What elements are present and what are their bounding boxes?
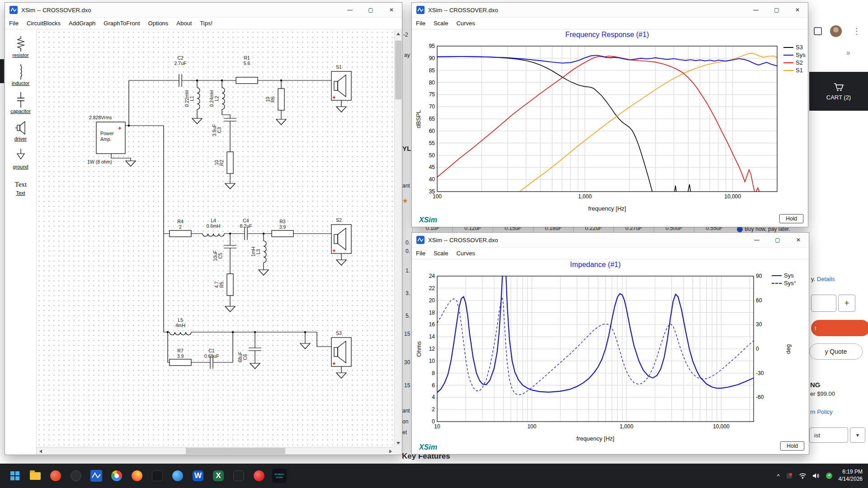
policy-link-fragment[interactable]: rn Policy <box>810 408 833 415</box>
close-button[interactable]: ✕ <box>787 3 808 18</box>
driver-s2[interactable]: + S2 <box>331 217 351 254</box>
hold-button[interactable]: Hold <box>779 214 803 223</box>
titlebar[interactable]: XSim -- CROSSOVER.dxo — ▢ ✕ <box>5 3 402 18</box>
menu-graphtofront[interactable]: GraphToFront <box>99 20 144 27</box>
word-icon[interactable]: W <box>189 467 207 484</box>
blue-globe-icon[interactable] <box>169 467 186 484</box>
extensions-icon[interactable] <box>814 27 822 35</box>
more-chevron-icon[interactable]: » <box>846 49 850 57</box>
horizontal-scrollbar[interactable] <box>37 447 394 455</box>
svg-text:1W (8 ohm): 1W (8 ohm) <box>87 159 112 164</box>
minimize-button[interactable]: — <box>746 233 767 248</box>
scroll-up-arrow[interactable] <box>394 30 402 38</box>
vertical-scroll-thumb[interactable] <box>395 41 401 99</box>
vertical-scrollbar[interactable] <box>394 30 402 447</box>
titlebar[interactable]: XSim -- CROSSOVER.dxo — ▢ ✕ <box>412 233 809 248</box>
tool-ground[interactable]: ground <box>5 145 36 173</box>
svg-text:R1: R1 <box>244 55 250 61</box>
tool-label: driver <box>14 136 27 141</box>
details-link[interactable]: Details <box>817 276 835 282</box>
xsim-app-icon <box>416 236 425 244</box>
file-explorer-icon[interactable] <box>27 467 44 484</box>
minimize-button[interactable]: — <box>340 3 360 18</box>
browser-red-icon[interactable] <box>47 467 64 484</box>
imp-menubar: File Scale Curves <box>412 248 809 259</box>
tool-resistor[interactable]: resistor <box>5 33 36 61</box>
quantity-field[interactable] <box>811 295 836 312</box>
menu-addgraph[interactable]: AddGraph <box>65 20 99 27</box>
menu-file[interactable]: File <box>412 250 429 257</box>
maximize-button[interactable]: ▢ <box>360 3 381 18</box>
excel-icon[interactable]: X <box>210 467 227 484</box>
quote-button-fragment[interactable]: y Quote <box>809 343 863 360</box>
menu-file[interactable]: File <box>5 20 23 27</box>
menu-about[interactable]: About <box>172 20 196 27</box>
series-Sys° <box>437 297 754 395</box>
horizontal-scroll-thumb[interactable] <box>186 448 285 454</box>
schematic-canvas-area[interactable]: Power Amp. + 2.828Vrms 1W (8 ohm) <box>37 30 402 455</box>
scroll-left-arrow[interactable] <box>37 447 44 455</box>
titlebar[interactable]: XSim -- CROSSOVER.dxo — ▢ ✕ <box>412 3 808 18</box>
menu-options[interactable]: Options <box>144 20 173 27</box>
notification-app-icon[interactable] <box>786 472 793 479</box>
menu-tips[interactable]: Tips! <box>196 20 217 27</box>
firefox-icon[interactable] <box>128 467 146 484</box>
driver-s1[interactable]: + S1 <box>331 64 351 101</box>
svg-text:+: + <box>332 247 336 254</box>
app-grid-dark-icon-2[interactable] <box>230 467 247 484</box>
tool-capacitor[interactable]: capacitor <box>5 89 36 117</box>
volume-icon[interactable] <box>812 473 820 479</box>
avatar[interactable] <box>830 25 842 37</box>
add-to-cart-button-fragment[interactable]: t <box>811 320 868 336</box>
svg-text:55: 55 <box>429 140 435 146</box>
crossover-schematic[interactable]: Power Amp. + 2.828Vrms 1W (8 ohm) <box>37 30 394 447</box>
cart-panel[interactable]: CART (2) <box>809 72 868 111</box>
svg-text:90: 90 <box>756 273 762 279</box>
battery-eco-icon[interactable] <box>826 472 833 479</box>
legend-item-Sys: Sys <box>783 51 806 59</box>
close-button[interactable]: ✕ <box>788 233 809 248</box>
wifi-icon[interactable] <box>799 473 807 479</box>
chrome-icon[interactable] <box>108 467 125 484</box>
app-grid-dark-icon[interactable] <box>149 467 166 484</box>
svg-text:45: 45 <box>429 164 435 170</box>
browser-menu-icon[interactable]: ⋮ <box>853 26 861 36</box>
wishlist-caret-button[interactable]: ▾ <box>850 427 865 443</box>
menu-curves[interactable]: Curves <box>452 20 479 27</box>
svg-text:C5: C5 <box>217 253 223 259</box>
minimize-button[interactable]: — <box>745 3 766 18</box>
close-button[interactable]: ✕ <box>381 3 402 18</box>
details-prefix: y. <box>811 276 815 282</box>
driver-s3[interactable]: + S3 <box>331 330 351 367</box>
tool-text[interactable]: Text Text <box>5 173 36 201</box>
taskbar: W X amazon music ^ 6:19 PM <box>0 464 868 488</box>
quantity-plus-button[interactable]: + <box>838 295 855 312</box>
tray-chevron-icon[interactable]: ^ <box>777 473 780 479</box>
xsim-taskbar-icon[interactable] <box>88 467 105 484</box>
scroll-right-arrow[interactable] <box>387 447 394 455</box>
start-button[interactable] <box>6 467 24 484</box>
maximize-button[interactable]: ▢ <box>767 233 788 248</box>
dark-app-icon[interactable] <box>67 467 85 484</box>
tool-driver[interactable]: driver <box>5 117 36 145</box>
maximize-button[interactable]: ▢ <box>766 3 787 18</box>
red-media-icon[interactable] <box>250 467 268 484</box>
tool-inductor[interactable]: inductor <box>5 61 36 89</box>
svg-text:1,000: 1,000 <box>620 423 633 430</box>
taskbar-clock[interactable]: 6:19 PM 4/14/2026 <box>839 469 863 483</box>
svg-text:+: + <box>118 125 122 131</box>
menu-file[interactable]: File <box>412 20 429 27</box>
wishlist-field-fragment[interactable]: ist <box>809 427 848 443</box>
scroll-down-arrow[interactable] <box>394 439 402 447</box>
menu-scale[interactable]: Scale <box>429 250 453 257</box>
menu-curves[interactable]: Curves <box>452 250 479 257</box>
menu-circuitblocks[interactable]: CircuitBlocks <box>23 20 65 27</box>
hold-button[interactable]: Hold <box>780 441 804 450</box>
amazon-music-icon[interactable]: amazon music <box>271 467 288 484</box>
svg-text:10: 10 <box>434 423 440 430</box>
menu-scale[interactable]: Scale <box>429 20 453 27</box>
xsim-schematic-window: XSim -- CROSSOVER.dxo — ▢ ✕ File Circuit… <box>5 2 402 455</box>
svg-text:0.6mH: 0.6mH <box>207 223 221 229</box>
tool-label: ground <box>13 164 28 169</box>
power-amp-source[interactable]: Power Amp. + 2.828Vrms 1W (8 ohm) <box>87 115 125 164</box>
